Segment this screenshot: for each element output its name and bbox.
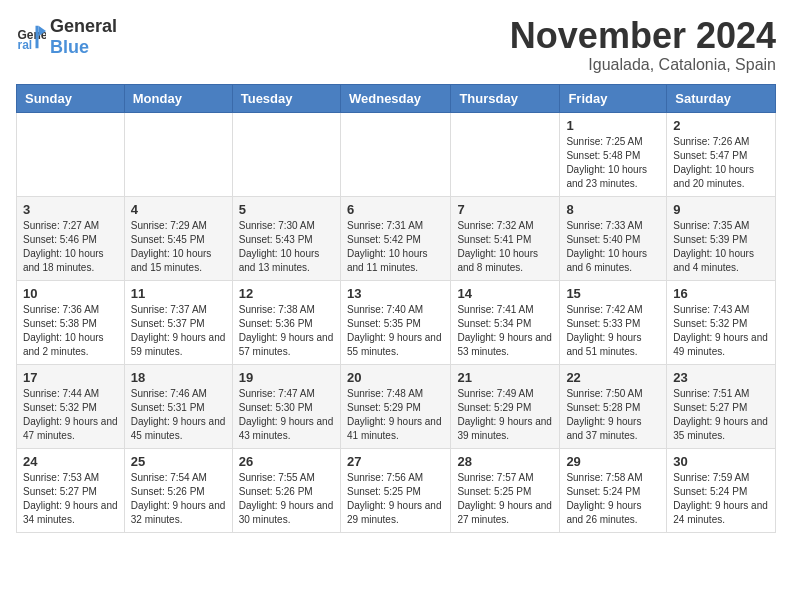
calendar-cell: 20Sunrise: 7:48 AM Sunset: 5:29 PM Dayli… (340, 364, 450, 448)
calendar-cell: 6Sunrise: 7:31 AM Sunset: 5:42 PM Daylig… (340, 196, 450, 280)
day-number: 29 (566, 454, 660, 469)
calendar-cell: 28Sunrise: 7:57 AM Sunset: 5:25 PM Dayli… (451, 448, 560, 532)
weekday-header-wednesday: Wednesday (340, 84, 450, 112)
calendar-cell: 7Sunrise: 7:32 AM Sunset: 5:41 PM Daylig… (451, 196, 560, 280)
calendar-cell: 13Sunrise: 7:40 AM Sunset: 5:35 PM Dayli… (340, 280, 450, 364)
day-number: 5 (239, 202, 334, 217)
day-info: Sunrise: 7:31 AM Sunset: 5:42 PM Dayligh… (347, 219, 444, 275)
title-area: November 2024 Igualada, Catalonia, Spain (510, 16, 776, 74)
calendar-week-row: 3Sunrise: 7:27 AM Sunset: 5:46 PM Daylig… (17, 196, 776, 280)
calendar-week-row: 24Sunrise: 7:53 AM Sunset: 5:27 PM Dayli… (17, 448, 776, 532)
day-info: Sunrise: 7:40 AM Sunset: 5:35 PM Dayligh… (347, 303, 444, 359)
day-number: 16 (673, 286, 769, 301)
day-info: Sunrise: 7:42 AM Sunset: 5:33 PM Dayligh… (566, 303, 660, 359)
calendar-cell: 19Sunrise: 7:47 AM Sunset: 5:30 PM Dayli… (232, 364, 340, 448)
calendar-cell: 9Sunrise: 7:35 AM Sunset: 5:39 PM Daylig… (667, 196, 776, 280)
day-number: 26 (239, 454, 334, 469)
calendar-cell (340, 112, 450, 196)
weekday-header-saturday: Saturday (667, 84, 776, 112)
day-info: Sunrise: 7:58 AM Sunset: 5:24 PM Dayligh… (566, 471, 660, 527)
day-info: Sunrise: 7:43 AM Sunset: 5:32 PM Dayligh… (673, 303, 769, 359)
day-number: 1 (566, 118, 660, 133)
calendar-cell: 29Sunrise: 7:58 AM Sunset: 5:24 PM Dayli… (560, 448, 667, 532)
day-number: 22 (566, 370, 660, 385)
day-number: 13 (347, 286, 444, 301)
weekday-header-row: SundayMondayTuesdayWednesdayThursdayFrid… (17, 84, 776, 112)
calendar-cell (17, 112, 125, 196)
svg-text:ral: ral (18, 38, 33, 52)
day-number: 6 (347, 202, 444, 217)
calendar-cell: 22Sunrise: 7:50 AM Sunset: 5:28 PM Dayli… (560, 364, 667, 448)
day-number: 23 (673, 370, 769, 385)
day-number: 2 (673, 118, 769, 133)
day-number: 3 (23, 202, 118, 217)
calendar-cell: 24Sunrise: 7:53 AM Sunset: 5:27 PM Dayli… (17, 448, 125, 532)
day-info: Sunrise: 7:48 AM Sunset: 5:29 PM Dayligh… (347, 387, 444, 443)
day-number: 17 (23, 370, 118, 385)
logo-text: General Blue (50, 16, 117, 58)
day-info: Sunrise: 7:47 AM Sunset: 5:30 PM Dayligh… (239, 387, 334, 443)
month-title: November 2024 (510, 16, 776, 56)
day-info: Sunrise: 7:38 AM Sunset: 5:36 PM Dayligh… (239, 303, 334, 359)
day-number: 11 (131, 286, 226, 301)
day-info: Sunrise: 7:26 AM Sunset: 5:47 PM Dayligh… (673, 135, 769, 191)
day-info: Sunrise: 7:54 AM Sunset: 5:26 PM Dayligh… (131, 471, 226, 527)
day-number: 15 (566, 286, 660, 301)
calendar-cell: 30Sunrise: 7:59 AM Sunset: 5:24 PM Dayli… (667, 448, 776, 532)
day-info: Sunrise: 7:46 AM Sunset: 5:31 PM Dayligh… (131, 387, 226, 443)
day-info: Sunrise: 7:50 AM Sunset: 5:28 PM Dayligh… (566, 387, 660, 443)
calendar-cell: 27Sunrise: 7:56 AM Sunset: 5:25 PM Dayli… (340, 448, 450, 532)
weekday-header-tuesday: Tuesday (232, 84, 340, 112)
calendar-cell: 14Sunrise: 7:41 AM Sunset: 5:34 PM Dayli… (451, 280, 560, 364)
logo-blue: Blue (50, 37, 89, 57)
day-info: Sunrise: 7:29 AM Sunset: 5:45 PM Dayligh… (131, 219, 226, 275)
calendar-cell (124, 112, 232, 196)
calendar-cell: 2Sunrise: 7:26 AM Sunset: 5:47 PM Daylig… (667, 112, 776, 196)
day-info: Sunrise: 7:51 AM Sunset: 5:27 PM Dayligh… (673, 387, 769, 443)
day-info: Sunrise: 7:32 AM Sunset: 5:41 PM Dayligh… (457, 219, 553, 275)
calendar-cell: 15Sunrise: 7:42 AM Sunset: 5:33 PM Dayli… (560, 280, 667, 364)
calendar-cell: 26Sunrise: 7:55 AM Sunset: 5:26 PM Dayli… (232, 448, 340, 532)
day-number: 27 (347, 454, 444, 469)
calendar-week-row: 1Sunrise: 7:25 AM Sunset: 5:48 PM Daylig… (17, 112, 776, 196)
weekday-header-thursday: Thursday (451, 84, 560, 112)
day-info: Sunrise: 7:44 AM Sunset: 5:32 PM Dayligh… (23, 387, 118, 443)
weekday-header-monday: Monday (124, 84, 232, 112)
day-info: Sunrise: 7:36 AM Sunset: 5:38 PM Dayligh… (23, 303, 118, 359)
day-number: 20 (347, 370, 444, 385)
calendar-cell: 17Sunrise: 7:44 AM Sunset: 5:32 PM Dayli… (17, 364, 125, 448)
calendar-cell: 10Sunrise: 7:36 AM Sunset: 5:38 PM Dayli… (17, 280, 125, 364)
logo-icon: Gene ral (16, 22, 46, 52)
day-number: 28 (457, 454, 553, 469)
calendar-cell: 4Sunrise: 7:29 AM Sunset: 5:45 PM Daylig… (124, 196, 232, 280)
day-number: 24 (23, 454, 118, 469)
day-number: 21 (457, 370, 553, 385)
calendar-cell: 23Sunrise: 7:51 AM Sunset: 5:27 PM Dayli… (667, 364, 776, 448)
calendar-week-row: 10Sunrise: 7:36 AM Sunset: 5:38 PM Dayli… (17, 280, 776, 364)
weekday-header-sunday: Sunday (17, 84, 125, 112)
calendar-cell: 5Sunrise: 7:30 AM Sunset: 5:43 PM Daylig… (232, 196, 340, 280)
calendar-cell: 18Sunrise: 7:46 AM Sunset: 5:31 PM Dayli… (124, 364, 232, 448)
day-number: 12 (239, 286, 334, 301)
day-number: 19 (239, 370, 334, 385)
day-info: Sunrise: 7:57 AM Sunset: 5:25 PM Dayligh… (457, 471, 553, 527)
day-number: 4 (131, 202, 226, 217)
day-number: 7 (457, 202, 553, 217)
day-number: 8 (566, 202, 660, 217)
day-number: 25 (131, 454, 226, 469)
location-title: Igualada, Catalonia, Spain (510, 56, 776, 74)
calendar-cell: 21Sunrise: 7:49 AM Sunset: 5:29 PM Dayli… (451, 364, 560, 448)
day-info: Sunrise: 7:25 AM Sunset: 5:48 PM Dayligh… (566, 135, 660, 191)
calendar-cell: 11Sunrise: 7:37 AM Sunset: 5:37 PM Dayli… (124, 280, 232, 364)
logo-general: General (50, 16, 117, 36)
svg-rect-3 (36, 26, 39, 49)
logo: Gene ral General Blue (16, 16, 117, 58)
day-info: Sunrise: 7:41 AM Sunset: 5:34 PM Dayligh… (457, 303, 553, 359)
day-info: Sunrise: 7:53 AM Sunset: 5:27 PM Dayligh… (23, 471, 118, 527)
day-info: Sunrise: 7:37 AM Sunset: 5:37 PM Dayligh… (131, 303, 226, 359)
weekday-header-friday: Friday (560, 84, 667, 112)
calendar-cell (232, 112, 340, 196)
day-number: 18 (131, 370, 226, 385)
day-info: Sunrise: 7:33 AM Sunset: 5:40 PM Dayligh… (566, 219, 660, 275)
calendar-cell: 8Sunrise: 7:33 AM Sunset: 5:40 PM Daylig… (560, 196, 667, 280)
